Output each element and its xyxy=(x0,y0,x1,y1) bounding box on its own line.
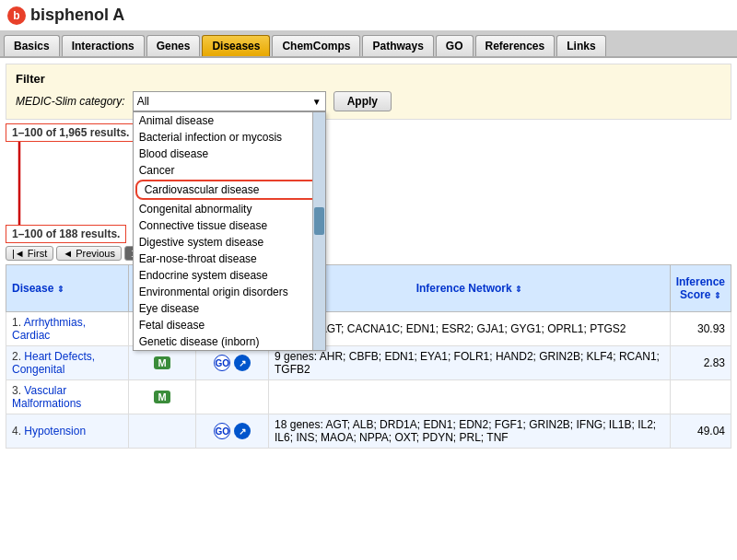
disease-link[interactable]: Arrhythmias, Cardiac xyxy=(12,316,86,342)
score-cell: 49.04 xyxy=(670,414,731,449)
dropdown-item-animal[interactable]: Animal disease xyxy=(134,112,325,129)
filter-label: MEDIC-Slim category: xyxy=(16,91,125,111)
dropdown-item-ear[interactable]: Ear-nose-throat disease xyxy=(134,251,325,267)
enrichment-cell xyxy=(196,380,269,414)
prev-page-button[interactable]: ◄ Previous xyxy=(56,246,122,261)
inference-network-cell: 8 genes: AGT; CACNA1C; EDN1; ESR2; GJA1;… xyxy=(269,312,671,346)
result-count-bottom-wrapper: 1–100 of 188 results. xyxy=(6,225,731,243)
enrichment-cell: GO ↗ xyxy=(196,414,269,449)
tab-interactions[interactable]: Interactions xyxy=(62,35,145,56)
enrichment-cell: GO ↗ xyxy=(196,346,269,380)
tab-references[interactable]: References xyxy=(475,35,556,56)
nav-tabs: Basics Interactions Genes Diseases ChemC… xyxy=(0,31,737,58)
go-badge[interactable]: GO xyxy=(214,355,230,371)
dropdown-item-eye[interactable]: Eye disease xyxy=(134,300,325,317)
row-num: 4. xyxy=(12,425,21,438)
tab-links[interactable]: Links xyxy=(556,35,605,56)
col-disease[interactable]: Disease ⇕ xyxy=(6,265,129,312)
table-row: 2. Heart Defects, Congenital M GO ↗ 9 ge… xyxy=(6,346,731,380)
inference-network-cell: 9 genes: AHR; CBFB; EDN1; EYA1; FOLR1; H… xyxy=(269,346,671,380)
dropdown-item-environmental[interactable]: Environmental origin disorders xyxy=(134,284,325,300)
tab-go[interactable]: GO xyxy=(436,35,474,56)
filter-select-display[interactable]: All ▼ xyxy=(133,91,326,111)
dropdown-item-cancer[interactable]: Cancer xyxy=(134,162,325,179)
diseases-table: Disease ⇕ DirectEvidence ▼ EnrichmentAna… xyxy=(6,264,731,449)
disease-link[interactable]: Heart Defects, Congenital xyxy=(12,350,95,376)
col-inference-score[interactable]: InferenceScore ⇕ xyxy=(670,265,731,312)
row-num: 3. xyxy=(12,384,21,397)
dropdown-item-blood[interactable]: Blood disease xyxy=(134,146,325,162)
disease-cell: 2. Heart Defects, Congenital xyxy=(6,346,129,380)
inference-network-cell: 18 genes: AGT; ALB; DRD1A; EDN1; EDN2; F… xyxy=(269,414,671,449)
score-cell: 30.93 xyxy=(670,312,731,346)
tab-genes[interactable]: Genes xyxy=(146,35,201,56)
badge-m[interactable]: M xyxy=(154,356,170,369)
disease-link[interactable]: Vascular Malformations xyxy=(12,384,81,410)
row-num: 2. xyxy=(12,350,21,363)
table-row: 1. Arrhythmias, Cardiac M GO ↗ 8 genes: … xyxy=(6,312,731,346)
result-count-top: 1–100 of 1,965 results. xyxy=(6,123,135,142)
filter-dropdown-list: Animal disease Bacterial infection or my… xyxy=(133,111,326,351)
dropdown-item-genetic[interactable]: Genetic disease (inborn) xyxy=(134,333,325,350)
sort-network-icon: ⇕ xyxy=(515,285,522,294)
first-page-button[interactable]: |◄ First xyxy=(6,246,53,261)
table-row: 3. Vascular Malformations M xyxy=(6,380,731,414)
dropdown-item-bacterial[interactable]: Bacterial infection or mycosis xyxy=(134,129,325,146)
dropdown-scrollbar[interactable] xyxy=(312,112,325,350)
tab-pathways[interactable]: Pathways xyxy=(362,35,433,56)
pagination: |◄ First ◄ Previous 1 2 ► Next ►| Last xyxy=(6,246,731,261)
inference-network-cell xyxy=(269,380,671,414)
dropdown-item-digestive[interactable]: Digestive system disease xyxy=(134,234,325,251)
direct-evidence-cell: M xyxy=(129,380,196,414)
score-cell xyxy=(670,380,731,414)
tab-diseases[interactable]: Diseases xyxy=(202,35,270,56)
filter-section: Filter MEDIC-Slim category: All ▼ Animal… xyxy=(6,64,731,120)
apply-button[interactable]: Apply xyxy=(333,91,392,111)
disease-link[interactable]: Hypotension xyxy=(24,425,86,438)
page-title: bisphenol A xyxy=(30,6,124,25)
direct-evidence-cell xyxy=(129,414,196,449)
dropdown-item-cardiovascular[interactable]: Cardiovascular disease xyxy=(135,180,323,200)
disease-cell: 1. Arrhythmias, Cardiac xyxy=(6,312,129,346)
dropdown-item-fetal[interactable]: Fetal disease xyxy=(134,317,325,333)
tab-basics[interactable]: Basics xyxy=(4,35,60,56)
dropdown-arrow-icon: ▼ xyxy=(312,97,322,107)
col-inference-network[interactable]: Inference Network ⇕ xyxy=(269,265,671,312)
dropdown-item-endocrine[interactable]: Endocrine system disease xyxy=(134,267,325,284)
badge-m[interactable]: M xyxy=(154,391,170,403)
tab-chemcomps[interactable]: ChemComps xyxy=(272,35,360,56)
row-num: 1. xyxy=(12,316,21,329)
filter-dropdown-container: All ▼ Animal disease Bacterial infection… xyxy=(133,91,326,111)
dropdown-item-congenital[interactable]: Congenital abnormality xyxy=(134,201,325,217)
disease-cell: 4. Hypotension xyxy=(6,414,129,449)
logo-icon: b xyxy=(7,6,26,25)
sort-score-icon: ⇕ xyxy=(714,291,721,300)
net-badge[interactable]: ↗ xyxy=(234,355,251,371)
direct-evidence-cell: M xyxy=(129,346,196,380)
table-row: 4. Hypotension GO ↗ 18 genes: AGT; ALB; … xyxy=(6,414,731,449)
filter-title: Filter xyxy=(16,72,721,86)
sort-disease-icon: ⇕ xyxy=(57,285,64,294)
net-badge[interactable]: ↗ xyxy=(234,423,251,439)
header: b bisphenol A xyxy=(0,0,737,31)
dropdown-item-connective[interactable]: Connective tissue disease xyxy=(134,217,325,234)
go-badge[interactable]: GO xyxy=(214,423,230,439)
disease-cell: 3. Vascular Malformations xyxy=(6,380,129,414)
score-cell: 2.83 xyxy=(670,346,731,380)
result-count-bottom: 1–100 of 188 results. xyxy=(6,225,126,243)
